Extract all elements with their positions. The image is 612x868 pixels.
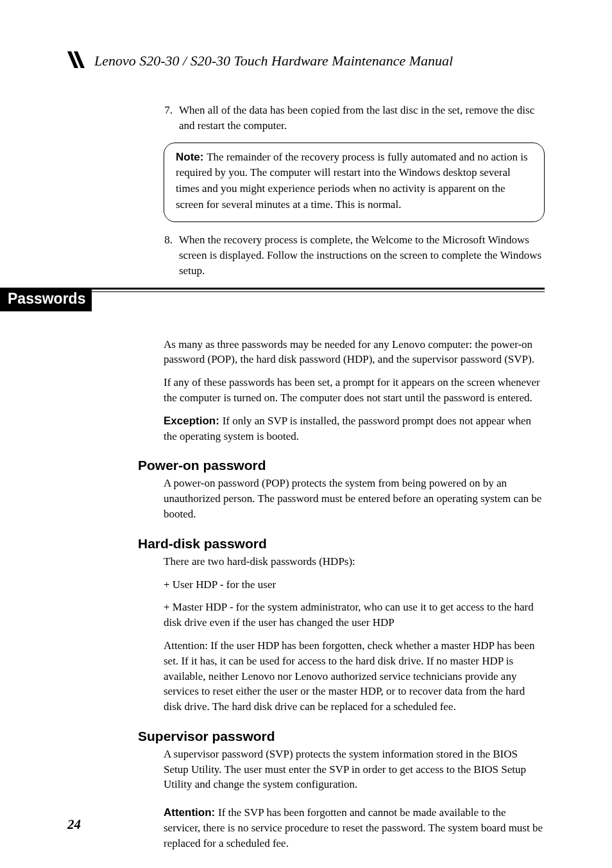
pop-text: A power-on password (POP) protects the s…: [164, 476, 545, 521]
page-container: Lenovo S20-30 / S20-30 Touch Hardware Ma…: [0, 0, 612, 851]
subhead-power-on: Power-on password: [138, 458, 545, 473]
step-text: When the recovery process is complete, t…: [179, 232, 545, 278]
step-number: 7.: [164, 103, 179, 134]
note-box: Note: The remainder of the recovery proc…: [164, 143, 545, 223]
step-number: 8.: [164, 232, 179, 278]
attention-label: Attention:: [164, 806, 218, 819]
hdp-p1: There are two hard-disk passwords (HDPs)…: [164, 554, 545, 569]
intro-p1: As many as three passwords may be needed…: [164, 337, 545, 368]
hdp-user: + User HDP - for the user: [164, 577, 545, 593]
step-8: 8. When the recovery process is complete…: [164, 232, 545, 278]
hdp-attention: Attention: If the user HDP has been forg…: [164, 638, 545, 715]
page-header: Lenovo S20-30 / S20-30 Touch Hardware Ma…: [67, 51, 545, 71]
exception-label: Exception:: [164, 415, 223, 427]
step-text: When all of the data has been copied fro…: [179, 103, 545, 134]
header-stripes-icon: [67, 51, 89, 71]
section-title: Passwords: [0, 288, 92, 311]
hdp-master: + Master HDP - for the system administra…: [164, 600, 545, 630]
subhead-supervisor: Supervisor password: [138, 729, 545, 744]
section-header-bar: Passwords: [0, 288, 545, 311]
page-number: 24: [67, 817, 81, 833]
intro-p2: If any of these passwords has been set, …: [164, 375, 545, 406]
attention-text: If the SVP has been forgotten and cannot…: [164, 806, 543, 849]
intro-block: As many as three passwords may be needed…: [164, 337, 545, 444]
note-text: The remainder of the recovery process is…: [176, 151, 528, 211]
hdp-block: There are two hard-disk passwords (HDPs)…: [164, 554, 545, 715]
intro-exception: Exception: If only an SVP is installed, …: [164, 413, 545, 444]
pop-block: A power-on password (POP) protects the s…: [164, 476, 545, 521]
note-label: Note:: [176, 151, 207, 163]
svp-attention: Attention: If the SVP has been forgotten…: [164, 805, 545, 851]
svp-block: A supervisor password (SVP) protects the…: [164, 747, 545, 851]
svp-p1: A supervisor password (SVP) protects the…: [164, 747, 545, 792]
step-7: 7. When all of the data has been copied …: [164, 103, 545, 134]
subhead-hard-disk: Hard-disk password: [138, 536, 545, 551]
header-title: Lenovo S20-30 / S20-30 Touch Hardware Ma…: [94, 53, 453, 69]
